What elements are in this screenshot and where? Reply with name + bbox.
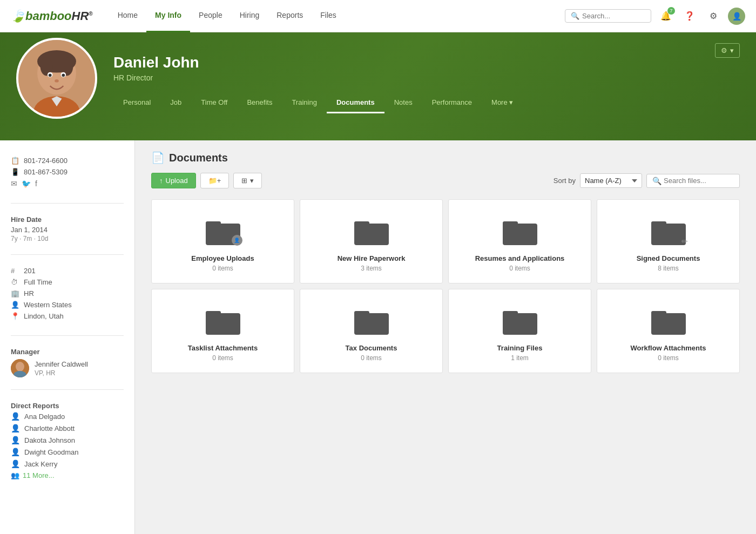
report-item-3[interactable]: 👤 Dwight Goodman (11, 448, 124, 456)
folder-name-0: Employee Uploads (191, 254, 254, 262)
folder-tax[interactable]: Tax Documents 0 items (300, 289, 443, 373)
profile-name: Daniel John (113, 54, 740, 71)
tab-personal[interactable]: Personal (113, 93, 160, 113)
logo[interactable]: 🍃bambooHR® (11, 9, 93, 23)
more-reports-label: 11 More... (23, 471, 55, 479)
folder-count-4: 0 items (212, 354, 233, 362)
folder-icon-2 (503, 216, 537, 245)
clock-icon: ⏱ (11, 278, 19, 286)
sidebar-contact: 📋 801-724-6600 📱 801-867-5309 ✉ 🐦 f (0, 151, 134, 197)
profile-header: Daniel John HR Director Personal Job Tim… (0, 32, 756, 140)
search-files-box[interactable]: 🔍 (646, 174, 740, 188)
office-phone-icon: 📋 (11, 157, 19, 165)
nav-home[interactable]: Home (109, 0, 146, 32)
nav-hiring[interactable]: Hiring (231, 0, 268, 32)
folder-icon-wrap-7 (651, 306, 686, 336)
tab-documents[interactable]: Documents (327, 93, 384, 113)
report-name-3: Dwight Goodman (24, 448, 78, 456)
folder-new-hire[interactable]: New Hire Paperwork 3 items (300, 199, 443, 283)
folder-count-3: 8 items (658, 265, 679, 272)
folder-resumes[interactable]: Resumes and Applications 0 items (448, 199, 591, 283)
notifications-button[interactable]: 🔔 7 (657, 7, 675, 25)
settings-button[interactable]: ⚙ (704, 7, 723, 25)
folder-name-3: Signed Documents (637, 254, 700, 262)
tab-performance[interactable]: Performance (422, 93, 482, 113)
profile-info: Daniel John HR Director Personal Job Tim… (113, 43, 740, 113)
folder-icon-7 (651, 306, 686, 335)
search-box[interactable]: 🔍 (565, 9, 651, 23)
report-item-2[interactable]: 👤 Dakota Johnson (11, 436, 124, 444)
documents-heading: Documents (169, 152, 228, 164)
upload-icon: ↑ (159, 177, 163, 185)
report-item-1[interactable]: 👤 Charlotte Abbott (11, 424, 124, 432)
phone1-value: 801-724-6600 (24, 157, 68, 165)
folder-icon-wrap-5 (354, 306, 389, 336)
folder-icon-4 (206, 306, 240, 335)
tab-more[interactable]: More ▾ (482, 93, 523, 113)
profile-settings-button[interactable]: ⚙ ▾ (715, 43, 740, 58)
svg-point-7 (49, 73, 52, 77)
report-name-1: Charlotte Abbott (24, 424, 75, 432)
folder-employee-uploads[interactable]: 👤 Employee Uploads 0 items (151, 199, 294, 283)
folder-count-0: 0 items (212, 265, 233, 272)
documents-toolbar: ↑ Upload 📁+ ⊞ ▾ Sort by Name (A-Z) Name … (151, 173, 740, 188)
tab-timeoff[interactable]: Time Off (191, 93, 237, 113)
manager-row[interactable]: Jennifer Caldwell VP, HR (11, 359, 124, 377)
folder-name-4: Tasklist Attachments (188, 344, 258, 352)
report-item-4[interactable]: 👤 Jack Kerry (11, 459, 124, 468)
employee-uploads-badge: 👤 (232, 235, 242, 246)
manager-info: Jennifer Caldwell VP, HR (35, 360, 88, 377)
folder-tasklist[interactable]: Tasklist Attachments 0 items (151, 289, 294, 373)
folder-icon-wrap-0: 👤 (206, 216, 240, 247)
sort-label: Sort by (554, 177, 576, 185)
report-item-0[interactable]: 👤 Ana Delgado (11, 412, 124, 421)
tab-notes[interactable]: Notes (384, 93, 422, 113)
user-avatar[interactable]: 👤 (728, 8, 745, 25)
folder-plus-icon: 📁+ (208, 177, 221, 185)
sidebar-manager: Manager Jennifer Caldwell VP, HR (0, 342, 134, 383)
sidebar-details: # 201 ⏱ Full Time 🏢 HR 👤 Western States … (0, 261, 134, 329)
facebook-icon[interactable]: f (35, 179, 37, 188)
nav-files[interactable]: Files (312, 0, 345, 32)
search-icon: 🔍 (571, 12, 579, 20)
sort-select[interactable]: Name (A-Z) Name (Z-A) Date Modified Date… (580, 173, 642, 188)
nav-people[interactable]: People (190, 0, 231, 32)
report-person-icon: 👤 (11, 448, 20, 456)
sidebar-direct-reports: Direct Reports 👤 Ana Delgado 👤 Charlotte… (0, 396, 134, 485)
twitter-icon[interactable]: 🐦 (22, 179, 31, 188)
search-files-input[interactable] (664, 177, 734, 185)
phone2-item: 📱 801-867-5309 (11, 168, 124, 176)
nav-myinfo[interactable]: My Info (146, 0, 190, 32)
tab-training[interactable]: Training (282, 93, 326, 113)
sidebar: 📋 801-724-6600 📱 801-867-5309 ✉ 🐦 f Hire… (0, 140, 135, 534)
svg-point-8 (62, 73, 65, 77)
email-icon[interactable]: ✉ (11, 179, 17, 188)
help-button[interactable]: ❓ (680, 7, 699, 25)
search-input[interactable] (582, 12, 647, 20)
nav-reports[interactable]: Reports (268, 0, 312, 32)
sort-section: Sort by Name (A-Z) Name (Z-A) Date Modif… (554, 173, 740, 188)
social-icons: ✉ 🐦 f (11, 179, 124, 188)
new-folder-button[interactable]: 📁+ (200, 173, 230, 188)
folder-signed[interactable]: ✏ Signed Documents 8 items (597, 199, 740, 283)
avatar-image (18, 38, 95, 119)
folder-icon-wrap-2 (503, 216, 537, 247)
more-reports-link[interactable]: 👥 11 More... (11, 471, 124, 479)
upload-button[interactable]: ↑ Upload (151, 173, 196, 188)
divider-2 (11, 254, 124, 255)
folder-workflow[interactable]: Workflow Attachments 0 items (597, 289, 740, 373)
page-title: 📄 Documents (151, 151, 740, 164)
svg-rect-29 (503, 311, 518, 316)
nav-links: Home My Info People Hiring Reports Files (109, 0, 565, 32)
view-toggle-button[interactable]: ⊞ ▾ (233, 173, 262, 188)
report-name-4: Jack Kerry (24, 460, 57, 468)
number-icon: # (11, 267, 19, 275)
building-icon: 🏢 (11, 289, 19, 298)
folder-count-7: 0 items (658, 354, 679, 362)
folder-training[interactable]: Training Files 1 item (448, 289, 591, 373)
mobile-phone-icon: 📱 (11, 168, 19, 176)
folder-icon-wrap-4 (206, 306, 240, 336)
tab-benefits[interactable]: Benefits (237, 93, 282, 113)
tab-job[interactable]: Job (160, 93, 191, 113)
manager-name: Jennifer Caldwell (35, 360, 88, 368)
